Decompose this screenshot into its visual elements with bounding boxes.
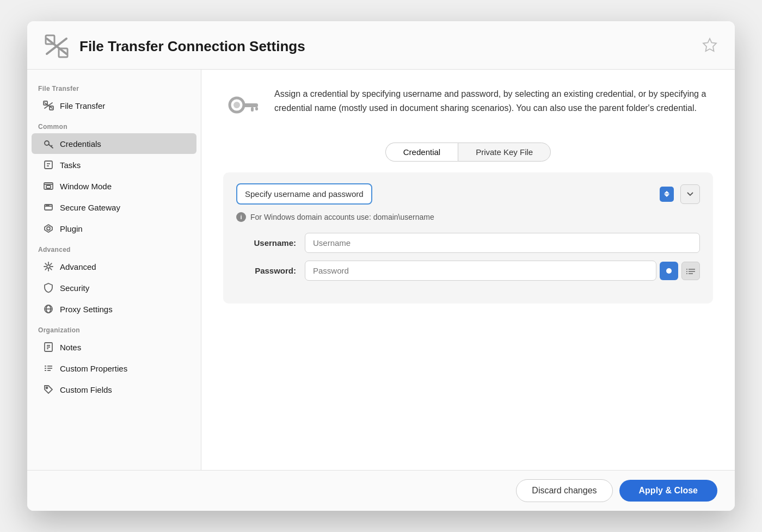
tag-icon bbox=[42, 383, 54, 395]
svg-point-40 bbox=[233, 102, 240, 108]
sidebar-section-organization: Organization bbox=[27, 320, 201, 336]
dropdown-extra-button[interactable] bbox=[680, 184, 700, 204]
window-icon bbox=[42, 180, 54, 192]
gateway-icon bbox=[42, 201, 54, 213]
apply-close-button[interactable]: Apply & Close bbox=[619, 480, 717, 502]
dialog-container: File Transfer Connection Settings File T… bbox=[27, 21, 735, 511]
username-field-row: Username: bbox=[236, 233, 700, 253]
dialog-body: File Transfer File Transfer Common bbox=[27, 70, 735, 470]
sidebar-item-credentials-label: Credentials bbox=[60, 139, 101, 149]
sidebar: File Transfer File Transfer Common bbox=[27, 70, 201, 470]
svg-point-20 bbox=[46, 205, 47, 206]
sidebar-item-advanced[interactable]: Advanced bbox=[32, 256, 196, 277]
sidebar-section-file-transfer: File Transfer bbox=[27, 78, 201, 95]
sidebar-item-tasks[interactable]: Tasks bbox=[32, 154, 196, 175]
password-key-button[interactable] bbox=[681, 262, 700, 280]
arrow-up-icon bbox=[664, 191, 669, 194]
username-input[interactable] bbox=[305, 233, 700, 253]
sidebar-item-plugin-label: Plugin bbox=[60, 224, 83, 233]
key-icon bbox=[42, 138, 54, 150]
credential-icon bbox=[223, 87, 261, 125]
sidebar-item-window-mode[interactable]: Window Mode bbox=[32, 176, 196, 196]
sidebar-item-credentials[interactable]: Credentials bbox=[32, 133, 196, 154]
svg-line-11 bbox=[51, 145, 52, 146]
credential-select[interactable]: Specify username and password Use existi… bbox=[236, 183, 372, 205]
svg-point-23 bbox=[47, 227, 50, 230]
password-row bbox=[305, 261, 700, 281]
proxy-icon bbox=[42, 303, 54, 315]
sidebar-item-file-transfer-label: File Transfer bbox=[60, 101, 105, 110]
sidebar-item-window-mode-label: Window Mode bbox=[60, 182, 112, 191]
select-up-down-arrows[interactable] bbox=[660, 187, 674, 202]
password-visibility-button[interactable] bbox=[660, 262, 678, 280]
info-icon: i bbox=[236, 212, 246, 222]
advanced-icon bbox=[42, 261, 54, 273]
sidebar-item-notes[interactable]: Notes bbox=[32, 337, 196, 357]
password-field-row: Password: bbox=[236, 261, 700, 281]
app-icon bbox=[42, 32, 71, 60]
password-label: Password: bbox=[236, 266, 296, 275]
svg-marker-22 bbox=[45, 225, 52, 232]
sidebar-item-custom-fields-label: Custom Fields bbox=[60, 385, 112, 394]
svg-rect-12 bbox=[45, 161, 52, 169]
sidebar-item-security-label: Security bbox=[60, 283, 89, 293]
username-label: Username: bbox=[236, 238, 296, 248]
sidebar-item-custom-fields[interactable]: Custom Fields bbox=[32, 379, 196, 400]
credential-form-card: Specify username and password Use existi… bbox=[223, 172, 713, 304]
description-area: Assign a credential by specifying userna… bbox=[223, 87, 713, 125]
sidebar-item-tasks-label: Tasks bbox=[60, 160, 81, 170]
main-content: Assign a credential by specifying userna… bbox=[201, 70, 735, 470]
sidebar-item-plugin[interactable]: Plugin bbox=[32, 218, 196, 239]
credential-select-wrapper: Specify username and password Use existi… bbox=[236, 183, 676, 205]
dialog-title: File Transfer Connection Settings bbox=[79, 38, 700, 55]
sidebar-section-advanced: Advanced bbox=[27, 239, 201, 256]
svg-point-24 bbox=[47, 265, 50, 268]
dialog-header: File Transfer Connection Settings bbox=[27, 21, 735, 70]
sidebar-item-advanced-label: Advanced bbox=[60, 262, 96, 271]
dialog-footer: Discard changes Apply & Close bbox=[27, 470, 735, 511]
svg-rect-42 bbox=[251, 107, 254, 112]
tab-group: Credential Private Key File bbox=[223, 143, 713, 162]
sidebar-item-secure-gateway[interactable]: Secure Gateway bbox=[32, 197, 196, 218]
sidebar-item-custom-properties-label: Custom Properties bbox=[60, 364, 127, 373]
sidebar-item-secure-gateway-label: Secure Gateway bbox=[60, 203, 120, 212]
password-dot-icon bbox=[666, 268, 672, 274]
sidebar-item-proxy-settings[interactable]: Proxy Settings bbox=[32, 299, 196, 319]
svg-line-10 bbox=[49, 145, 53, 149]
discard-button[interactable]: Discard changes bbox=[516, 479, 612, 502]
list-icon bbox=[42, 362, 54, 374]
info-text: For Windows domain accounts use: domain\… bbox=[250, 213, 434, 221]
credential-select-row: Specify username and password Use existi… bbox=[236, 183, 700, 205]
svg-rect-17 bbox=[46, 185, 51, 188]
svg-point-38 bbox=[46, 387, 48, 389]
svg-point-21 bbox=[48, 205, 49, 206]
sidebar-item-proxy-settings-label: Proxy Settings bbox=[60, 305, 113, 314]
transfer-icon bbox=[42, 100, 54, 112]
sidebar-section-common: Common bbox=[27, 116, 201, 133]
svg-marker-4 bbox=[703, 39, 716, 51]
sidebar-item-security[interactable]: Security bbox=[32, 277, 196, 298]
svg-rect-41 bbox=[243, 103, 258, 107]
tasks-icon bbox=[42, 159, 54, 171]
tab-private-key-file[interactable]: Private Key File bbox=[458, 143, 551, 162]
sidebar-item-notes-label: Notes bbox=[60, 343, 81, 352]
tab-credential[interactable]: Credential bbox=[385, 143, 458, 162]
svg-rect-43 bbox=[255, 107, 258, 110]
info-row: i For Windows domain accounts use: domai… bbox=[236, 212, 700, 222]
notes-icon bbox=[42, 341, 54, 353]
security-icon bbox=[42, 282, 54, 294]
password-input[interactable] bbox=[305, 261, 656, 281]
arrow-down-icon bbox=[664, 194, 669, 197]
description-text: Assign a credential by specifying userna… bbox=[274, 87, 713, 115]
sidebar-item-custom-properties[interactable]: Custom Properties bbox=[32, 358, 196, 379]
favorite-button[interactable] bbox=[700, 35, 720, 58]
sidebar-item-file-transfer[interactable]: File Transfer bbox=[32, 95, 196, 116]
plugin-icon bbox=[42, 222, 54, 234]
